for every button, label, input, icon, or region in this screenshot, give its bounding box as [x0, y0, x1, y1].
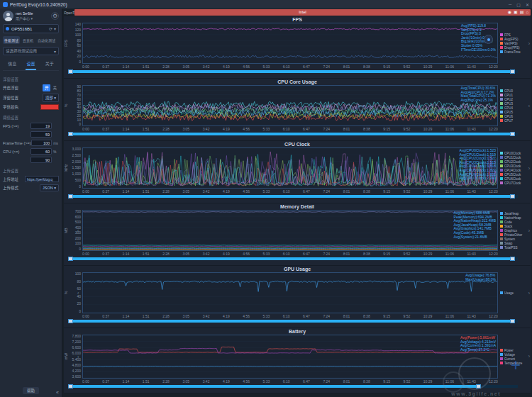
gear-icon[interactable]: ⚙ — [51, 12, 59, 20]
upload-format-dropdown[interactable]: JSON ▾ — [40, 184, 59, 191]
slider-handle-left[interactable] — [68, 194, 73, 198]
slider-handle-left[interactable] — [68, 257, 73, 261]
slider-handle-left[interactable] — [68, 319, 73, 323]
help-button[interactable]: 帮助 — [23, 387, 39, 394]
legend-item[interactable]: CPU6 — [500, 115, 531, 118]
legend-item[interactable]: Voltage — [500, 353, 531, 357]
tab-automation[interactable]: 自动化测试 — [36, 36, 57, 44]
legend-item[interactable]: CPU7Clock — [500, 181, 531, 185]
legend-item[interactable]: CPU1Clock — [500, 156, 531, 160]
tab-about[interactable]: 关于 — [45, 59, 55, 70]
plot-area-cpu-core-usage[interactable]: Avg(TotalCPU):30.6%Avg(AppCPU):17.2%Max(… — [82, 85, 498, 126]
legend-item[interactable]: CPU0 — [500, 89, 531, 93]
slider-handle-right[interactable] — [510, 69, 515, 74]
legend-item[interactable]: CPU2Clock — [500, 160, 531, 164]
time-range-slider[interactable] — [68, 194, 518, 198]
close-button[interactable]: ✕ — [526, 2, 529, 7]
camera-icon[interactable]: ◉ — [508, 9, 511, 16]
slider-bar[interactable] — [72, 320, 511, 323]
plot-area-cpu-clock[interactable]: Avg(CPU0Clock):1,523Avg(CPU1Clock):1,519… — [82, 147, 498, 189]
slider-bar[interactable] — [72, 195, 511, 198]
user-account-row[interactable]: net 5e6le 用户中心 ▾ ⚙ — [3, 11, 59, 21]
legend-item[interactable]: CPU3Clock — [500, 164, 531, 168]
slider-handle-right[interactable] — [510, 257, 515, 261]
time-range-slider[interactable] — [68, 257, 518, 261]
slider-bar[interactable] — [72, 257, 511, 260]
chevron-right-icon[interactable]: › — [528, 166, 530, 171]
legend-item[interactable]: JavaHeap — [500, 212, 531, 216]
open-tab-label[interactable]: OpenTab — [64, 11, 74, 15]
legend-item[interactable]: Avg(FPS) — [500, 38, 531, 41]
chevron-left-icon[interactable]: ‹ — [77, 41, 79, 46]
legend-item[interactable]: CPU7 — [500, 119, 531, 123]
chevron-right-icon[interactable]: › — [528, 104, 530, 108]
tab-info[interactable]: 信息 — [7, 59, 17, 70]
chevron-right-icon[interactable]: › — [528, 291, 530, 296]
user-center-link[interactable]: 用户中心 ▾ — [16, 16, 51, 21]
upload-addr-input[interactable]: https://perfdog.q — [25, 176, 59, 182]
legend-item[interactable]: NativeHeap — [500, 216, 531, 220]
frametime-threshold-input[interactable]: 100 — [31, 140, 52, 146]
legend-item[interactable]: CPU4 — [500, 106, 531, 110]
legend-item[interactable]: CPU3 — [500, 102, 531, 106]
app-selector[interactable]: 请选择待测试应用 ▾ — [3, 47, 59, 55]
tab-cloud-device[interactable]: 云真机 — [21, 36, 35, 44]
chevron-left-icon[interactable]: ‹ — [77, 104, 79, 108]
legend-item[interactable]: CPU5 — [500, 111, 531, 114]
legend-item[interactable]: Swap — [500, 242, 531, 245]
legend-item[interactable]: FrameTime — [500, 50, 531, 54]
slider-handle-right[interactable] — [510, 194, 515, 198]
font-color-swatch[interactable] — [40, 104, 59, 110]
legend-item[interactable]: Temperature — [500, 362, 531, 365]
plot-area-gpu-usage[interactable]: Avg(Usage):76.8%Max(Usage):88.0%‹ — [82, 272, 498, 313]
chevron-left-icon[interactable]: ‹ — [77, 354, 79, 359]
chevron-right-icon[interactable]: › — [528, 41, 530, 46]
legend-item[interactable]: Current — [500, 357, 531, 361]
cpu-threshold-input[interactable]: 60 — [31, 148, 52, 155]
chevron-left-icon[interactable]: ‹ — [77, 228, 79, 233]
chevron-left-icon[interactable]: ‹ — [77, 166, 79, 171]
assistant-button[interactable] — [484, 35, 493, 44]
slider-handle-left[interactable] — [68, 132, 73, 136]
slider-handle-right[interactable] — [476, 384, 481, 388]
fps-threshold-input[interactable]: 19 — [31, 123, 52, 129]
time-range-slider[interactable] — [68, 132, 518, 136]
minimize-button[interactable]: ─ — [509, 2, 511, 6]
collapse-sidebar-icon[interactable]: « — [56, 390, 59, 395]
float-pos-dropdown[interactable]: 顶部 ▾ — [43, 94, 59, 102]
cpu-threshold-input-2[interactable]: 90 — [31, 157, 52, 163]
float-window-toggle[interactable]: 开 关 — [43, 84, 59, 91]
time-range-slider[interactable] — [68, 384, 518, 388]
legend-item[interactable]: FPS — [500, 33, 531, 37]
chart-icon[interactable]: ▤ — [520, 9, 524, 16]
legend-item[interactable]: CPU5Clock — [500, 173, 531, 177]
legend-item[interactable]: CPU6Clock — [500, 177, 531, 181]
legend-item[interactable]: Usage — [500, 291, 531, 295]
slider-bar[interactable] — [72, 133, 511, 135]
gallery-icon[interactable]: ▣ — [514, 9, 518, 16]
legend-item[interactable]: CPU1 — [500, 94, 531, 97]
time-range-slider[interactable] — [68, 69, 518, 74]
plot-area-fps[interactable]: Avg(FPS):119.8Var(FPS):0.9Drop(FPS):0Jan… — [82, 23, 498, 64]
plot-area-battery[interactable]: Avg(Power):5,861mWAvg(Voltage):4,213mVAv… — [82, 335, 498, 379]
tab-settings[interactable]: 设置 — [26, 59, 35, 70]
legend-item[interactable]: CPU2 — [500, 98, 531, 101]
chevron-right-icon[interactable]: › — [528, 354, 530, 359]
time-range-slider[interactable] — [68, 319, 518, 323]
legend-item[interactable]: Power — [500, 349, 531, 352]
slider-handle-right[interactable] — [510, 319, 515, 323]
legend-item[interactable]: Drop(FPS) — [500, 46, 531, 50]
device-selector[interactable]: OP5516B1 ⟳ ▾ — [3, 24, 59, 33]
legend-item[interactable]: PrivateOther — [500, 233, 531, 237]
chevron-left-icon[interactable]: ‹ — [77, 291, 79, 296]
slider-bar[interactable] — [72, 385, 477, 388]
legend-item[interactable]: Code — [500, 220, 531, 224]
slider-handle-left[interactable] — [68, 69, 73, 74]
plot-area-memory-detail[interactable]: Avg(Memory):688.6MBPeak(Memory):694.2MBA… — [82, 210, 498, 251]
legend-item[interactable]: System — [500, 237, 531, 241]
slider-handle-right[interactable] — [510, 132, 515, 136]
slider-handle-left[interactable] — [68, 384, 73, 388]
legend-item[interactable]: Graphics — [500, 229, 531, 233]
legend-item[interactable]: Var(FPS) — [500, 42, 531, 45]
legend-item[interactable]: TotalPSS — [500, 246, 531, 250]
